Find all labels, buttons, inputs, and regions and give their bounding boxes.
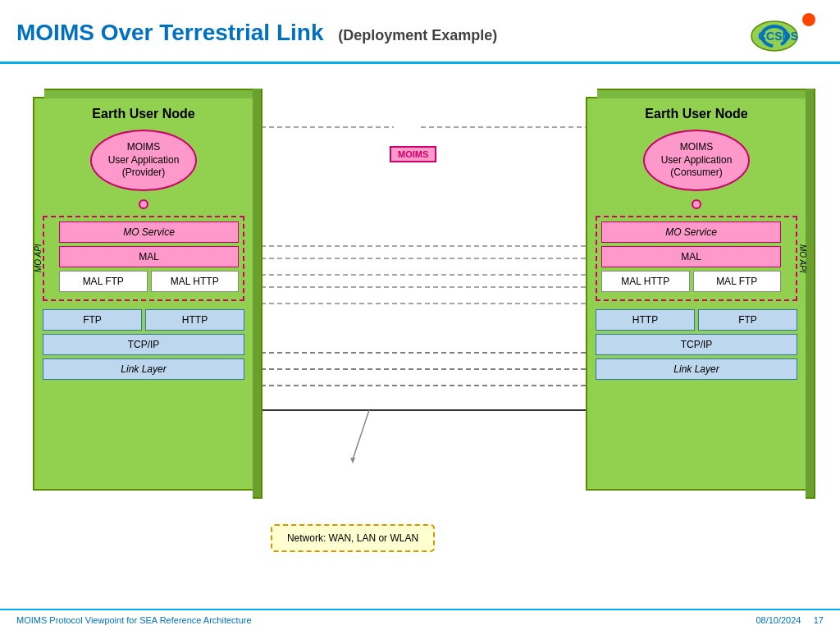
title-subtitle: (Deployment Example) [338,27,497,43]
right-connector-dot [692,199,701,209]
left-mal-ftp-box: MAL FTP [59,271,148,292]
right-mal-box: MAL [601,246,781,267]
svg-point-16 [802,13,815,26]
title-main: MOIMS Over Terrestrial Link [16,20,324,45]
left-connector-dot [139,199,148,209]
right-mo-service-box: MO Service [601,221,781,243]
left-transport-row: FTP HTTP [43,309,244,331]
right-ftp-box: FTP [698,309,797,331]
svg-text:CCSDS: CCSDS [758,30,798,43]
left-mo-api-label: MO API [31,217,44,299]
left-mal-transport-row: MAL FTP MAL HTTP [59,271,239,292]
right-node-title: Earth User Node [596,107,797,121]
left-mal-http-box: MAL HTTP [151,271,240,292]
right-network-section: HTTP FTP TCP/IP Link Layer [596,309,797,380]
diagram-area: Earth User Node MOIMS User Application (… [0,64,840,605]
left-mal-box: MAL [59,246,239,267]
right-app-oval: MOIMS User Application (Consumer) [643,130,750,191]
left-http-box: HTTP [145,309,244,331]
right-mal-transport-row: MAL HTTP MAL FTP [601,271,781,292]
left-linklayer-box: Link Layer [43,358,244,380]
left-ftp-box: FTP [43,309,142,331]
right-mal-http-box: MAL HTTP [601,271,690,292]
left-tcpip-box: TCP/IP [43,334,244,355]
left-app-oval: MOIMS User Application (Provider) [90,130,197,191]
right-linklayer-box: Link Layer [596,358,797,380]
right-mo-api-label: MO API [796,217,809,299]
header: MOIMS Over Terrestrial Link (Deployment … [0,0,840,64]
network-callout: Network: WAN, LAN or WLAN [271,524,435,552]
left-node-title: Earth User Node [43,107,244,121]
left-mo-api-section: MO API MO Service MAL MAL FTP MAL HTTP [43,216,244,301]
right-tcpip-box: TCP/IP [596,334,797,355]
left-mo-service-box: MO Service [59,221,239,243]
left-earth-node: Earth User Node MOIMS User Application (… [33,97,254,491]
footer-date: 08/10/2024 [756,615,801,625]
right-mo-api-section: MO API MO Service MAL MAL HTTP MAL FTP [596,216,797,301]
footer-right: 08/10/2024 17 [756,615,824,625]
right-http-box: HTTP [596,309,695,331]
left-network-section: FTP HTTP TCP/IP Link Layer [43,309,244,380]
page-title: MOIMS Over Terrestrial Link (Deployment … [16,20,497,46]
right-mal-ftp-box: MAL FTP [693,271,782,292]
footer-page: 17 [814,615,824,625]
footer-left: MOIMS Protocol Viewpoint for SEA Referen… [16,615,252,625]
moims-center-label: MOIMS [390,146,436,162]
footer: MOIMS Protocol Viewpoint for SEA Referen… [0,609,840,630]
ccsds-logo: CCSDS [750,10,824,55]
right-transport-row: HTTP FTP [596,309,797,331]
right-earth-node: Earth User Node MOIMS User Application (… [586,97,807,491]
